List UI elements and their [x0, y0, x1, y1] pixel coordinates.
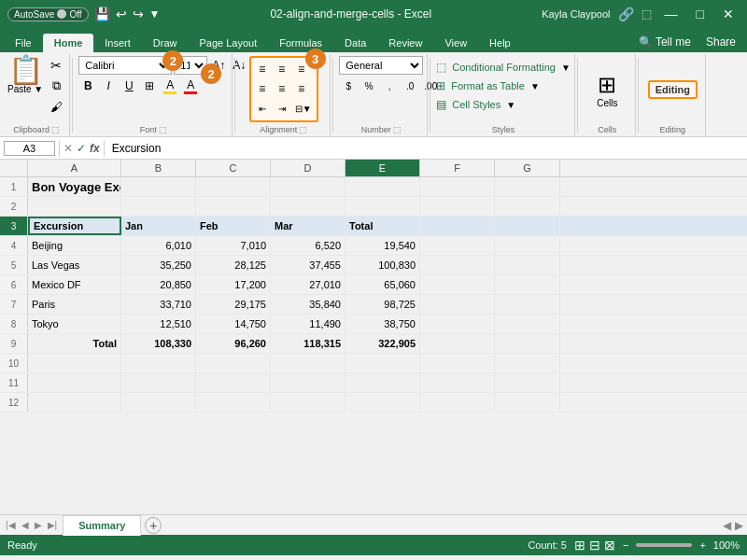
page-break-view-button[interactable]: ⊠ [604, 538, 615, 553]
corner-cell[interactable] [0, 160, 28, 176]
align-center-button[interactable]: ≡ [273, 79, 291, 98]
cut-button[interactable]: ✂ [47, 56, 65, 75]
number-expand-icon[interactable]: ⬚ [393, 125, 402, 134]
cell-f9[interactable] [420, 334, 495, 353]
row-num-2[interactable]: 2 [0, 197, 28, 216]
cell-a4[interactable]: Beijing [28, 236, 121, 255]
prev-sheet-button[interactable]: ◀ [20, 520, 31, 530]
cell-g7[interactable] [495, 295, 560, 314]
cell-a10[interactable] [28, 354, 121, 372]
font-name-select[interactable]: Calibri [78, 56, 172, 75]
row-num-1[interactable]: 1 [0, 177, 28, 196]
col-header-d[interactable]: D [271, 160, 345, 176]
paste-label[interactable]: Paste ▼ [7, 84, 43, 94]
cell-c6[interactable]: 17,200 [196, 275, 271, 294]
increase-indent-button[interactable]: ⇥ [273, 99, 291, 118]
cell-e7[interactable]: 98,725 [345, 295, 420, 314]
zoom-in-button[interactable]: + [699, 539, 705, 551]
next-sheet-button[interactable]: ▶ [33, 520, 44, 530]
cell-c2[interactable] [196, 197, 271, 216]
cell-f4[interactable] [420, 236, 495, 255]
cell-a1[interactable]: Bon Voyage Excursions [28, 177, 121, 196]
col-header-e[interactable]: E [345, 160, 420, 176]
cell-c7[interactable]: 29,175 [196, 295, 271, 314]
tab-page-layout[interactable]: Page Layout [188, 34, 268, 52]
cell-d1[interactable] [271, 177, 345, 196]
cell-a9[interactable]: Total [28, 334, 121, 353]
cell-g12[interactable] [495, 393, 560, 412]
cell-d3[interactable]: Mar [271, 217, 345, 235]
cell-d9[interactable]: 118,315 [271, 334, 345, 353]
zoom-slider[interactable] [636, 543, 692, 547]
cell-d4[interactable]: 6,520 [271, 236, 345, 255]
cell-d2[interactable] [271, 197, 345, 216]
row-num-8[interactable]: 8 [0, 315, 28, 333]
row-num-7[interactable]: 7 [0, 295, 28, 314]
minimize-button[interactable]: — [659, 7, 684, 21]
tab-review[interactable]: Review [377, 34, 433, 52]
cell-b1[interactable] [121, 177, 196, 196]
ribbon-display-icon[interactable]: ⬚ [641, 7, 652, 21]
page-layout-view-button[interactable]: ⊟ [589, 538, 600, 553]
cell-c8[interactable]: 14,750 [196, 315, 271, 333]
cell-d8[interactable]: 11,490 [271, 315, 345, 333]
cell-b12[interactable] [121, 393, 196, 412]
insert-function-icon[interactable]: fx [90, 142, 100, 155]
tell-me-input[interactable]: 🔍 Tell me [631, 32, 698, 52]
scroll-left-icon[interactable]: ◀ [723, 519, 731, 532]
cell-styles-button[interactable]: Cell Styles [448, 97, 504, 112]
bold-button[interactable]: B [78, 77, 97, 95]
decimal-decrease-button[interactable]: .0 [401, 77, 419, 95]
copy-button[interactable]: ⧉ [47, 77, 65, 95]
cell-d12[interactable] [271, 393, 345, 412]
cell-b4[interactable]: 6,010 [121, 236, 196, 255]
tab-view[interactable]: View [433, 34, 478, 52]
maximize-button[interactable]: □ [691, 7, 710, 21]
cell-d7[interactable]: 35,840 [271, 295, 345, 314]
cell-b3[interactable]: Jan [121, 217, 196, 235]
cell-styles-arrow[interactable]: ▼ [506, 100, 515, 110]
col-header-f[interactable]: F [420, 160, 495, 176]
row-num-6[interactable]: 6 [0, 275, 28, 294]
cell-e5[interactable]: 100,830 [345, 256, 420, 274]
cell-g5[interactable] [495, 256, 560, 274]
cell-f10[interactable] [420, 354, 495, 372]
cell-a8[interactable]: Tokyo [28, 315, 121, 333]
tab-data[interactable]: Data [333, 34, 377, 52]
cell-a2[interactable] [28, 197, 121, 216]
row-num-9[interactable]: 9 [0, 334, 28, 353]
cell-d6[interactable]: 27,010 [271, 275, 345, 294]
cell-g10[interactable] [495, 354, 560, 372]
cell-e1[interactable] [345, 177, 420, 196]
cell-b6[interactable]: 20,850 [121, 275, 196, 294]
cell-e11[interactable] [345, 373, 420, 392]
cell-e10[interactable] [345, 354, 420, 372]
alignment-expand-icon[interactable]: ⬚ [299, 125, 307, 134]
cells-button[interactable]: ⊞ Cells [597, 56, 617, 123]
cell-g6[interactable] [495, 275, 560, 294]
col-header-c[interactable]: C [196, 160, 271, 176]
number-format-select[interactable]: General [339, 56, 423, 75]
cell-f3[interactable]: 1 [420, 217, 495, 235]
cell-b7[interactable]: 33,710 [121, 295, 196, 314]
cell-e4[interactable]: 19,540 [345, 236, 420, 255]
tab-help[interactable]: Help [478, 34, 522, 52]
cell-a5[interactable]: Las Vegas [28, 256, 121, 274]
cell-c12[interactable] [196, 393, 271, 412]
cell-c10[interactable] [196, 354, 271, 372]
align-top-left-button[interactable]: ≡ [253, 60, 272, 78]
row-num-12[interactable]: 12 [0, 393, 28, 412]
align-right-button[interactable]: ≡ [292, 79, 311, 98]
cell-e2[interactable] [345, 197, 420, 216]
comma-button[interactable]: , [380, 77, 399, 95]
autosave-toggle[interactable]: AutoSave Off [7, 7, 89, 21]
percent-button[interactable]: % [359, 77, 378, 95]
row-num-3[interactable]: 3 [0, 217, 28, 235]
add-sheet-button[interactable]: + [145, 517, 162, 534]
cell-f11[interactable] [420, 373, 495, 392]
col-header-g[interactable]: G [495, 160, 560, 176]
font-color-button[interactable]: A [181, 77, 200, 95]
cell-d5[interactable]: 37,455 [271, 256, 345, 274]
row-num-10[interactable]: 10 [0, 354, 28, 372]
cell-e3[interactable]: Total [345, 217, 420, 235]
